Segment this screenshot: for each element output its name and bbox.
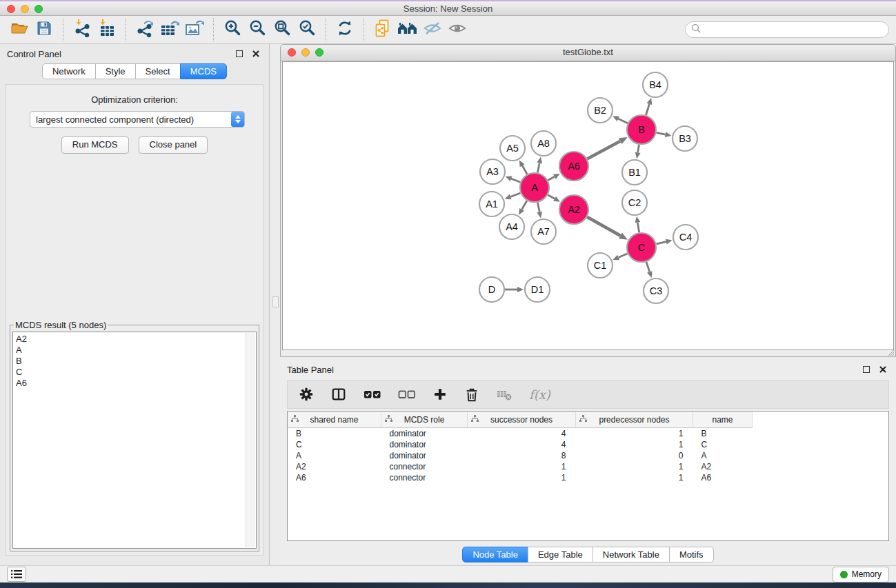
graph-edge-B-B4[interactable]	[646, 104, 649, 115]
memory-button[interactable]: Memory	[833, 567, 889, 582]
column-header-name[interactable]: name	[693, 412, 753, 428]
task-history-button[interactable]	[7, 567, 26, 582]
mcds-result-item[interactable]: A2	[16, 334, 253, 345]
tab-mcds[interactable]: MCDS	[180, 63, 227, 79]
deselect-all-button[interactable]	[398, 384, 416, 405]
graph-edge-C-C2[interactable]	[637, 223, 639, 233]
graph-edge-A-A2[interactable]	[548, 195, 555, 199]
network-canvas[interactable]: B4B2BB3A5A8A6B1A3AC2A1A2A4A7C4CC1C3DD1	[282, 61, 894, 350]
table-cell[interactable]: 1	[468, 461, 576, 472]
refresh-layout-button[interactable]	[332, 19, 357, 41]
run-mcds-button[interactable]: Run MCDS	[61, 136, 129, 154]
tab-select[interactable]: Select	[135, 63, 181, 79]
table-cell[interactable]: dominator	[381, 439, 468, 450]
graph-edge-C-C4[interactable]	[656, 242, 666, 244]
table-cell[interactable]: 0	[576, 450, 693, 461]
table-cell[interactable]: 1	[576, 439, 693, 450]
show-details-button[interactable]	[445, 19, 470, 41]
table-cell[interactable]: 1	[576, 472, 693, 483]
graph-edge-A-A5[interactable]	[522, 165, 527, 174]
show-columns-button[interactable]	[330, 384, 347, 405]
zoom-out-button[interactable]	[245, 19, 270, 41]
export-table-button[interactable]	[157, 19, 182, 41]
graph-edge-A-A3[interactable]	[511, 179, 520, 182]
table-cell[interactable]: dominator	[381, 428, 468, 440]
houses-button[interactable]	[395, 19, 420, 41]
search-box[interactable]	[685, 21, 889, 38]
zoom-fit-button[interactable]	[270, 19, 295, 41]
table-row[interactable]: A6connector11A6	[288, 472, 888, 483]
table-cell[interactable]: A6	[288, 472, 381, 483]
graph-edge-A-A8[interactable]	[537, 163, 539, 172]
tab-edge-table[interactable]: Edge Table	[528, 547, 593, 562]
column-header-successor-nodes[interactable]: successor nodes	[468, 412, 576, 428]
resize-grip-icon[interactable]	[886, 348, 895, 356]
network-window-titlebar[interactable]: testGlobe.txt	[281, 45, 895, 61]
table-cell[interactable]: C	[288, 439, 381, 450]
delete-column-button[interactable]	[464, 384, 479, 405]
table-row[interactable]: Adominator80A	[288, 450, 888, 461]
graph-edge-A-A1[interactable]	[510, 193, 520, 197]
close-table-panel-button[interactable]	[877, 363, 889, 376]
table-cell[interactable]: C	[693, 439, 753, 450]
graph-edge-B-B3[interactable]	[657, 132, 666, 134]
add-column-button[interactable]	[432, 384, 448, 405]
float-table-panel-button[interactable]	[860, 363, 873, 376]
table-settings-button[interactable]	[299, 384, 314, 405]
mcds-result-item[interactable]: C	[16, 367, 253, 378]
graph-edge-B-B2[interactable]	[618, 119, 628, 123]
graph-edge-A2-C[interactable]	[587, 217, 620, 236]
mcds-result-item[interactable]: A6	[16, 378, 253, 389]
table-cell[interactable]: dominator	[381, 450, 468, 461]
graph-edge-A6-B[interactable]	[587, 141, 620, 159]
function-builder-button[interactable]: f(x)	[529, 384, 550, 405]
table-cell[interactable]: 4	[468, 428, 576, 440]
table-cell[interactable]: 8	[468, 450, 576, 461]
table-cell[interactable]: B	[693, 428, 753, 440]
select-all-button[interactable]	[364, 384, 381, 405]
table-cell[interactable]: A2	[693, 461, 753, 472]
export-image-button[interactable]	[182, 19, 207, 41]
float-panel-button[interactable]	[233, 48, 246, 60]
table-cell[interactable]: 4	[468, 439, 576, 450]
column-header-shared-name[interactable]: shared name	[288, 412, 381, 428]
open-session-button[interactable]	[7, 19, 32, 41]
export-network-button[interactable]	[132, 19, 157, 41]
close-panel-button[interactable]	[250, 48, 262, 60]
table-cell[interactable]: A2	[288, 461, 381, 472]
close-panel-action-button[interactable]: Close panel	[139, 136, 208, 154]
mcds-result-item[interactable]: A	[16, 345, 253, 356]
graph-edge-B-B1[interactable]	[638, 145, 639, 153]
import-network-button[interactable]	[70, 19, 94, 41]
table-cell[interactable]: A6	[693, 472, 753, 483]
table-cell[interactable]: 1	[576, 461, 693, 472]
network-documents-button[interactable]	[370, 19, 395, 41]
tab-node-table[interactable]: Node Table	[462, 547, 528, 562]
table-cell[interactable]: B	[288, 428, 381, 440]
table-cell[interactable]: A	[288, 450, 381, 461]
graph-edge-C-C1[interactable]	[619, 254, 628, 258]
mcds-result-item[interactable]: B	[16, 356, 253, 367]
table-cell[interactable]: A	[693, 450, 753, 461]
table-row[interactable]: A2connector11A2	[288, 461, 888, 472]
zoom-in-button[interactable]	[220, 19, 245, 41]
table-cell[interactable]: 1	[576, 428, 693, 440]
tab-network-table[interactable]: Network Table	[593, 547, 670, 562]
table-cell[interactable]: connector	[381, 472, 468, 483]
column-header-mcds-role[interactable]: MCDS role	[381, 412, 468, 428]
hide-details-button[interactable]	[420, 19, 445, 41]
tab-style[interactable]: Style	[95, 63, 136, 79]
save-session-button[interactable]	[32, 19, 57, 41]
import-table-button[interactable]	[94, 19, 119, 41]
graph-edge-A-A7[interactable]	[537, 203, 539, 212]
graph-edge-C-C3[interactable]	[646, 262, 650, 272]
splitter-handle[interactable]	[272, 296, 279, 307]
graph-edge-A-A4[interactable]	[522, 201, 527, 210]
graph-edge-A-A6[interactable]	[548, 176, 555, 180]
criterion-dropdown[interactable]: largest connected component (directed)	[30, 111, 245, 128]
column-header-predecessor-nodes[interactable]: predecessor nodes	[576, 412, 693, 428]
zoom-selected-button[interactable]	[295, 19, 319, 41]
tab-motifs[interactable]: Motifs	[669, 547, 714, 562]
tab-network[interactable]: Network	[42, 63, 96, 79]
search-input[interactable]	[701, 24, 888, 36]
